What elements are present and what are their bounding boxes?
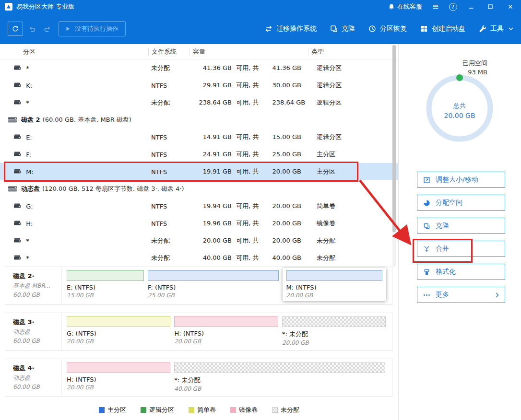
toolbar-action-label: 克隆 <box>342 24 355 33</box>
close-icon <box>508 4 513 10</box>
side-button-label: 分配空间 <box>436 198 462 207</box>
disk-group-row[interactable]: 磁盘 2 (60.00 GB, 基本盘, MBR 磁盘) <box>0 111 398 128</box>
toolbar-action-label: 创建启动盘 <box>432 24 465 33</box>
partition-row[interactable]: F: NTFS 24.91 GB 可用, 共 25.00 GB 主分区 <box>0 146 398 163</box>
create-bootable-disk-button[interactable]: 创建启动盘 <box>420 24 465 33</box>
refresh-button[interactable] <box>8 22 23 36</box>
toolbar-action-label: 迁移操作系统 <box>276 24 317 33</box>
partition-segment[interactable]: H: (NTFS) 20.00 GB <box>67 362 170 391</box>
partition-row[interactable]: * 未分配 238.64 GB 可用, 共 238.64 GB 逻辑分区 <box>0 94 398 111</box>
merge-button[interactable]: 合并 <box>417 241 505 257</box>
pending-operations-button[interactable]: 没有待执行操作 <box>59 21 126 36</box>
segment-label: H: (NTFS) <box>67 376 170 383</box>
maximize-button[interactable] <box>481 0 500 13</box>
allocate-space-button[interactable]: 分配空间 <box>417 195 505 211</box>
resize-move-button[interactable]: 调整大小/移动 <box>417 172 505 188</box>
capacity-total: 20.00 GB <box>272 237 301 244</box>
clone-partition-button[interactable]: 克隆 <box>417 218 505 234</box>
migrate-os-icon <box>264 24 273 33</box>
capacity-label: 可用, 共 <box>236 82 259 89</box>
action-panel: 调整大小/移动 分配空间 克隆 合并 格式化 更多 <box>417 172 505 310</box>
partition-fs: 未分配 <box>151 64 170 72</box>
online-service-button[interactable]: 在线客服 <box>388 2 422 11</box>
disk-kind: 基本盘 MBR... <box>13 282 61 290</box>
partition-bar <box>286 270 382 281</box>
redo-button[interactable] <box>41 22 54 36</box>
partition-type: 主分区 <box>317 150 335 159</box>
partition-segment[interactable]: *: 未分配 40.00 GB <box>174 362 385 392</box>
partition-bar <box>174 362 385 373</box>
partition-row[interactable]: * 未分配 41.36 GB 可用, 共 41.36 GB 逻辑分区 <box>0 59 398 77</box>
disk-size: 60.00 GB <box>13 292 61 298</box>
table-scrollbar[interactable] <box>392 45 396 267</box>
undo-button[interactable] <box>26 22 38 36</box>
close-button[interactable] <box>500 0 521 13</box>
segment-size: 40.00 GB <box>174 385 385 392</box>
legend-color-swatch <box>141 407 146 413</box>
format-button[interactable]: 格式化 <box>417 264 505 280</box>
partition-row[interactable]: * 未分配 20.00 GB 可用, 共 20.00 GB 未分配 <box>0 232 398 249</box>
legend-label: 主分区 <box>107 406 126 414</box>
partition-fs: NTFS <box>151 203 167 210</box>
capacity-total: 20.00 GB <box>272 168 301 175</box>
partition-segment[interactable]: M: (NTFS) 20.00 GB <box>283 268 386 301</box>
partition-row[interactable]: * 未分配 40.00 GB 可用, 共 40.00 GB 未分配 <box>0 249 398 267</box>
capacity-available: 40.00 GB <box>195 254 232 261</box>
partition-fs: 未分配 <box>151 254 170 262</box>
disk-group-row[interactable]: 动态盘 (120.00 GB, 512 每扇区字节数, 磁盘 3·, 磁盘 4·… <box>0 180 398 198</box>
tools-button[interactable]: 工具 <box>478 24 513 33</box>
scrollbar-thumb[interactable] <box>392 45 396 232</box>
partition-row[interactable]: E: NTFS 14.91 GB 可用, 共 15.00 GB 逻辑分区 <box>0 128 398 146</box>
disk-segments: E: (NTFS) 15.00 GB F: (NTFS) 25.00 GB M:… <box>62 267 392 304</box>
undo-icon <box>28 25 36 33</box>
partition-segment[interactable]: *: 未分配 20.00 GB <box>282 316 386 346</box>
partition-recovery-button[interactable]: 分区恢复 <box>368 24 407 33</box>
partition-segment[interactable]: G: (NTFS) 20.00 GB <box>67 316 170 345</box>
play-icon <box>66 26 71 31</box>
minimize-icon <box>468 4 474 10</box>
resize-move-icon <box>423 176 430 184</box>
segment-label: M: (NTFS) <box>286 284 382 291</box>
partition-row[interactable]: H: NTFS 19.96 GB 可用, 共 20.00 GB 镜像卷 <box>0 215 398 232</box>
migrate-os-button[interactable]: 迁移操作系统 <box>264 24 317 33</box>
partition-bar <box>148 270 279 281</box>
legend-color-swatch <box>272 407 278 413</box>
partition-row[interactable]: K: NTFS 29.91 GB 可用, 共 30.00 GB 逻辑分区 <box>0 77 398 94</box>
legend-item: 未分配 <box>272 406 299 414</box>
partition-segment[interactable]: F: (NTFS) 25.00 GB <box>148 270 279 299</box>
help-icon: ? <box>449 3 457 11</box>
minimize-button[interactable] <box>462 0 481 13</box>
more-button[interactable]: 更多 <box>417 287 505 303</box>
partition-segment[interactable]: E: (NTFS) 15.00 GB <box>67 270 144 299</box>
refresh-icon <box>12 25 19 33</box>
segment-size: 20.00 GB <box>174 338 278 345</box>
disk-segments: G: (NTFS) 20.00 GB H: (NTFS) 20.00 GB *:… <box>62 313 392 350</box>
drive-icon <box>13 65 21 70</box>
capacity-label: 可用, 共 <box>236 168 259 175</box>
clone-button[interactable]: 克隆 <box>330 24 355 33</box>
partition-name: * <box>26 237 29 245</box>
total-label: 总共 <box>420 102 499 110</box>
column-header-capacity: 容量 <box>189 48 311 56</box>
side-button-label: 调整大小/移动 <box>436 175 478 184</box>
disk-info: 磁盘 4· 动态盘 60.00 GB <box>5 359 62 397</box>
capacity-available: 29.91 GB <box>195 82 232 89</box>
partition-bar <box>67 270 144 281</box>
partition-name: * <box>26 255 29 262</box>
partition-row[interactable]: G: NTFS 19.94 GB 可用, 共 20.00 GB 简单卷 <box>0 198 398 215</box>
partition-fs: NTFS <box>151 220 167 227</box>
disk-map-list: 磁盘 2· 基本盘 MBR... 60.00 GB E: (NTFS) 15.0… <box>5 267 392 405</box>
menu-button[interactable] <box>427 0 444 13</box>
capacity-label: 可用, 共 <box>236 254 259 261</box>
disk-icon <box>8 117 17 123</box>
partition-row[interactable]: M: NTFS 19.91 GB 可用, 共 20.00 GB 主分区 <box>0 163 398 180</box>
partition-segment[interactable]: H: (NTFS) 20.00 GB <box>174 316 278 345</box>
legend-label: 逻辑分区 <box>149 406 174 414</box>
capacity-available: 238.64 GB <box>195 99 232 106</box>
help-button[interactable]: ? <box>444 0 462 13</box>
partition-bar <box>67 362 170 373</box>
hamburger-menu-icon <box>432 3 439 10</box>
titlebar: 易我分区大师 专业版 在线客服 ? <box>0 0 521 13</box>
capacity-label: 可用, 共 <box>236 220 259 227</box>
clone-icon <box>330 24 338 33</box>
